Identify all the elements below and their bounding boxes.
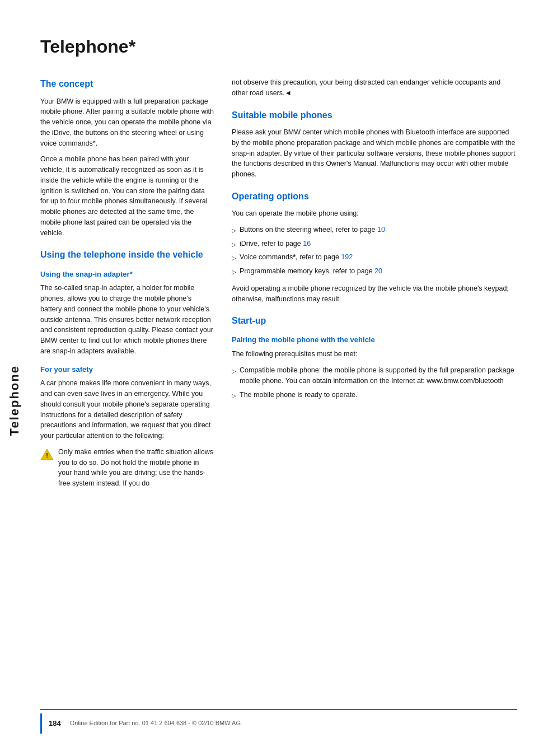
bullet-triangle: ▷ <box>232 240 236 249</box>
safety-subheading: For your safety <box>40 365 214 375</box>
sidebar-label-text: Telephone <box>6 365 24 436</box>
bullet-text: The mobile phone is ready to operate. <box>240 390 358 400</box>
list-item: ▷ Compatible mobile phone: the mobile ph… <box>232 365 517 386</box>
right-col-continued: not observe this precaution, your being … <box>232 77 517 99</box>
bullet-triangle: ▷ <box>232 268 236 276</box>
two-column-layout: The concept Your BMW is equipped with a … <box>40 77 517 698</box>
bullet-text: Compatible mobile phone: the mobile phon… <box>240 365 517 386</box>
suitable-phones-heading: Suitable mobile phones <box>232 109 517 122</box>
using-telephone-heading: Using the telephone inside the vehicle <box>40 248 214 261</box>
footer-text: Online Edition for Part no. 01 41 2 604 … <box>70 719 241 728</box>
snapin-text: The so-called snap-in adapter, a holder … <box>40 283 214 356</box>
startup-heading: Start-up <box>232 314 517 327</box>
bullet-text: Voice commands*, refer to page 192 <box>240 252 353 263</box>
warning-box: ! Only make entries when the traffic sit… <box>40 447 214 489</box>
list-item: ▷ Buttons on the steering wheel, refer t… <box>232 225 517 235</box>
warning-icon: ! <box>40 448 54 461</box>
page-title: Telephone* <box>40 34 517 59</box>
footer-bar <box>40 713 42 734</box>
concept-paragraph2: Once a mobile phone has been paired with… <box>40 154 214 238</box>
warning-text: Only make entries when the traffic situa… <box>58 447 214 489</box>
link-20[interactable]: 20 <box>374 267 382 275</box>
link-192[interactable]: 192 <box>341 253 353 261</box>
list-item: ▷ iDrive, refer to page 16 <box>232 239 517 249</box>
bullet-text: Buttons on the steering wheel, refer to … <box>240 225 385 235</box>
pairing-subheading: Pairing the mobile phone with the vehicl… <box>232 335 517 346</box>
operating-options-intro: You can operate the mobile phone using: <box>232 208 517 219</box>
avoid-text: Avoid operating a mobile phone recognize… <box>232 283 517 305</box>
right-column: not observe this precaution, your being … <box>232 77 517 698</box>
link-16[interactable]: 16 <box>303 240 311 248</box>
bullet-text: Programmable memory keys, refer to page … <box>240 266 382 277</box>
pairing-intro: The following prerequisites must be met: <box>232 349 517 360</box>
bullet-triangle: ▷ <box>232 226 236 235</box>
concept-paragraph1: Your BMW is equipped with a full prepara… <box>40 96 214 149</box>
list-item: ▷ The mobile phone is ready to operate. <box>232 390 517 400</box>
page-number: 184 <box>49 718 61 729</box>
link-10[interactable]: 10 <box>377 226 385 234</box>
pairing-list: ▷ Compatible mobile phone: the mobile ph… <box>232 365 517 400</box>
operating-options-list: ▷ Buttons on the steering wheel, refer t… <box>232 225 517 277</box>
svg-text:!: ! <box>46 452 48 459</box>
bullet-triangle: ▷ <box>232 254 236 262</box>
concept-heading: The concept <box>40 77 214 90</box>
list-item: ▷ Programmable memory keys, refer to pag… <box>232 266 517 277</box>
operating-options-heading: Operating options <box>232 190 517 203</box>
safety-text: A car phone makes life more convenient i… <box>40 378 214 441</box>
left-column: The concept Your BMW is equipped with a … <box>40 77 214 698</box>
main-content: Telephone* The concept Your BMW is equip… <box>29 0 534 756</box>
list-item: ▷ Voice commands*, refer to page 192 <box>232 252 517 263</box>
bullet-triangle: ▷ <box>232 391 236 400</box>
sidebar-label: Telephone <box>0 0 29 756</box>
suitable-phones-text: Please ask your BMW center which mobile … <box>232 127 517 180</box>
snapin-subheading: Using the snap-in adapter* <box>40 269 214 280</box>
page-footer: 184 Online Edition for Part no. 01 41 2 … <box>40 709 517 734</box>
bullet-triangle: ▷ <box>232 367 236 375</box>
bullet-text: iDrive, refer to page 16 <box>240 239 311 249</box>
